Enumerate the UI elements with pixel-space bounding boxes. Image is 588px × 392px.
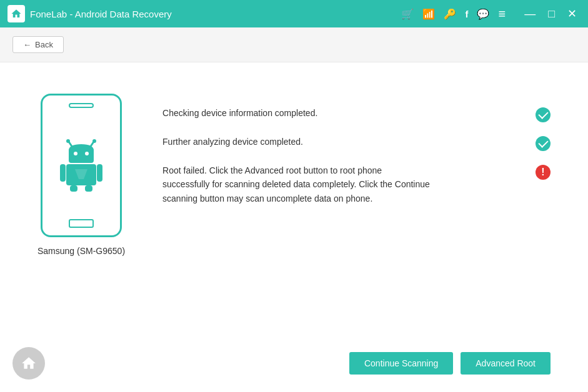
main-content: Samsung (SM-G9650) Checking device infor…	[0, 62, 588, 392]
chat-icon[interactable]: 💬	[477, 8, 489, 20]
phone-speaker	[69, 103, 94, 108]
android-robot-icon	[56, 135, 106, 192]
back-label: Back	[35, 40, 53, 49]
back-bar: ← Back	[0, 27, 588, 62]
home-circle-icon	[21, 355, 37, 371]
titlebar: FoneLab - Android Data Recovery 🛒 📶 🔑 f …	[0, 0, 588, 27]
home-circle-button[interactable]	[12, 347, 45, 380]
phone-home-button	[69, 219, 94, 228]
app-title: FoneLab - Android Data Recovery	[30, 9, 172, 19]
continue-scanning-button[interactable]: Continue Scanning	[349, 352, 453, 375]
status-row-1: Checking device information completed.	[162, 106, 551, 122]
menu-icon[interactable]: ≡	[498, 7, 506, 21]
check-icon-1	[536, 107, 551, 122]
device-name: Samsung (SM-G9650)	[37, 246, 125, 256]
status-icon-3: !	[536, 165, 551, 180]
svg-rect-7	[60, 164, 66, 182]
facebook-icon[interactable]: f	[465, 9, 468, 19]
status-text-2: Further analyzing device completed.	[162, 135, 303, 149]
check-icon-2	[536, 136, 551, 151]
svg-point-5	[85, 152, 89, 155]
status-icon-2	[536, 136, 551, 151]
key-icon[interactable]: 🔑	[444, 8, 456, 20]
back-arrow-icon: ←	[23, 40, 31, 49]
svg-point-3	[92, 139, 96, 143]
status-row-2: Further analyzing device completed.	[162, 135, 551, 151]
status-icon-1	[536, 107, 551, 122]
window-controls: — □ ✕	[521, 6, 581, 22]
titlebar-icons: 🛒 📶 🔑 f 💬 ≡ — □ ✕	[401, 6, 581, 22]
status-panel: Checking device information completed. F…	[162, 94, 551, 218]
status-text-3: Root failed. Click the Advanced root but…	[162, 164, 431, 205]
cart-icon[interactable]: 🛒	[401, 8, 414, 20]
phone-frame	[41, 94, 122, 237]
svg-rect-10	[85, 185, 92, 192]
status-text-1: Checking device information completed.	[162, 106, 317, 120]
svg-rect-8	[97, 164, 102, 182]
advanced-root-button[interactable]: Advanced Root	[461, 352, 551, 375]
home-icon	[11, 8, 22, 19]
titlebar-left: FoneLab - Android Data Recovery	[7, 5, 172, 22]
back-button[interactable]: ← Back	[12, 36, 64, 53]
minimize-button[interactable]: —	[521, 6, 539, 22]
error-icon: !	[536, 165, 551, 180]
status-row-3: Root failed. Click the Advanced root but…	[162, 164, 551, 205]
app-logo	[7, 5, 25, 22]
svg-rect-9	[70, 185, 77, 192]
phone-illustration: Samsung (SM-G9650)	[37, 94, 125, 256]
maximize-button[interactable]: □	[544, 6, 559, 22]
svg-point-1	[66, 139, 70, 143]
svg-point-4	[74, 152, 77, 155]
wifi-icon[interactable]: 📶	[422, 8, 435, 20]
close-button[interactable]: ✕	[564, 6, 581, 22]
bottom-buttons: Continue Scanning Advanced Root	[349, 352, 551, 375]
